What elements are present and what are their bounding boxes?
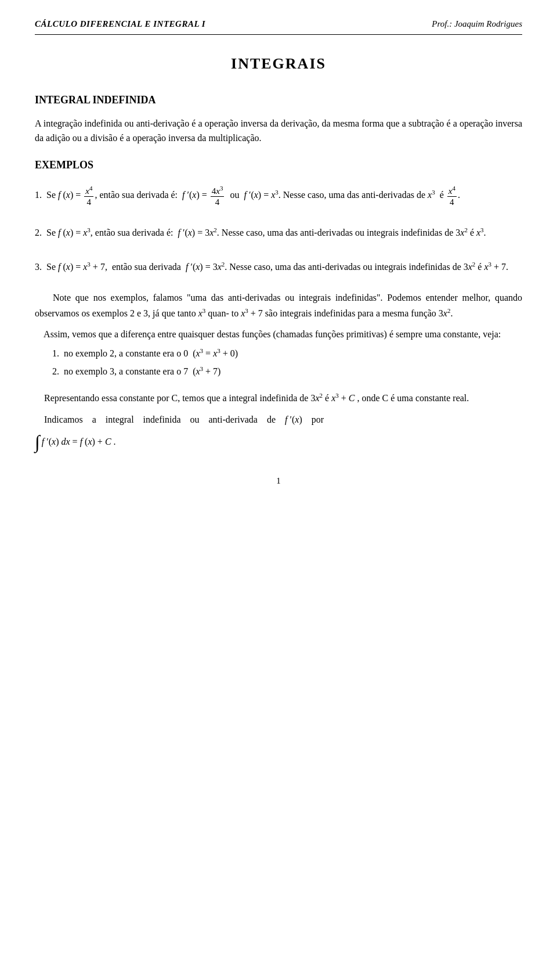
example-3: 3. Se f (x) = x3 + 7, então sua derivada…	[35, 255, 522, 279]
note-block: Note que nos exemplos, falamos "uma das …	[35, 290, 522, 380]
page-number: 1	[35, 474, 522, 488]
section-title: INTEGRAL INDEFINIDA	[35, 92, 522, 108]
constant-c-paragraph: Representando essa constante por C, temo…	[35, 390, 522, 406]
list-item-1: 1. no exemplo 2, a constante era o 0 (x3…	[52, 345, 522, 362]
note-paragraph-2: Assim, vemos que a diferença entre quais…	[35, 326, 522, 342]
course-title: CÁLCULO DIFERENCIAL E INTEGRAL I	[35, 17, 205, 31]
exemplos-title: EXEMPLOS	[35, 157, 522, 173]
professor-name: Prof.: Joaquim Rodrigues	[432, 17, 522, 31]
page-header: CÁLCULO DIFERENCIAL E INTEGRAL I Prof.: …	[35, 17, 522, 35]
example-3-text: 3. Se f (x) = x3 + 7, então sua derivada…	[35, 259, 519, 276]
intro-paragraph: A integração indefinida ou anti-derivaçã…	[35, 116, 522, 146]
example-1: 1. Se f (x) = x44, então sua derivada é:…	[35, 181, 522, 211]
integral-symbol: ∫	[35, 433, 40, 451]
example-1-text: 1. Se f (x) = x44, então sua derivada é:…	[35, 185, 519, 207]
example-2: 2. Se f (x) = x3, então sua derivada é: …	[35, 221, 522, 245]
list-item-2: 2. no exemplo 3, a constante era o 7 (x3…	[52, 363, 522, 380]
integral-expression: f ′(x) dx = f (x) + C .	[42, 434, 116, 449]
integral-formula: ∫ f ′(x) dx = f (x) + C .	[35, 433, 522, 451]
indication-paragraph: Indicamos a integral indefinida ou anti-…	[35, 412, 522, 427]
example-2-text: 2. Se f (x) = x3, então sua derivada é: …	[35, 225, 519, 242]
note-paragraph-1: Note que nos exemplos, falamos "uma das …	[35, 290, 522, 322]
constant-c-block: Representando essa constante por C, temo…	[35, 390, 522, 451]
main-title: INTEGRAIS	[35, 52, 522, 75]
